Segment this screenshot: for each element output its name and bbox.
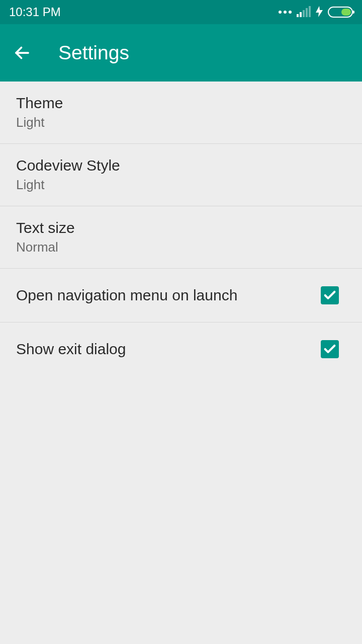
arrow-left-icon <box>13 44 31 62</box>
setting-textsize[interactable]: Text size Normal <box>0 206 362 269</box>
setting-codeview-title: Codeview Style <box>16 157 120 174</box>
setting-textsize-title: Text size <box>16 219 75 236</box>
battery-icon <box>328 7 353 18</box>
check-icon <box>323 342 337 356</box>
check-icon <box>323 288 337 302</box>
more-dots-icon <box>279 11 292 14</box>
setting-open-nav-title: Open navigation menu on launch <box>16 282 237 309</box>
charging-icon <box>316 6 323 19</box>
settings-list: Theme Light Codeview Style Light Text si… <box>0 82 362 376</box>
signal-icon <box>297 7 311 17</box>
setting-theme-title: Theme <box>16 95 63 112</box>
setting-codeview-value: Light <box>16 177 120 193</box>
setting-theme[interactable]: Theme Light <box>0 82 362 144</box>
exit-dialog-checkbox[interactable] <box>321 340 339 358</box>
app-bar: Settings <box>0 24 362 82</box>
status-time: 10:31 PM <box>9 5 61 19</box>
back-button[interactable] <box>10 41 34 65</box>
setting-codeview[interactable]: Codeview Style Light <box>0 144 362 206</box>
setting-theme-value: Light <box>16 115 63 130</box>
setting-textsize-value: Normal <box>16 239 75 255</box>
page-title: Settings <box>58 42 129 64</box>
status-icons <box>279 6 353 19</box>
open-nav-checkbox[interactable] <box>321 286 339 304</box>
setting-exit-dialog[interactable]: Show exit dialog <box>0 323 362 376</box>
status-bar: 10:31 PM <box>0 0 362 24</box>
setting-open-nav[interactable]: Open navigation menu on launch <box>0 269 362 323</box>
setting-exit-dialog-title: Show exit dialog <box>16 336 126 363</box>
